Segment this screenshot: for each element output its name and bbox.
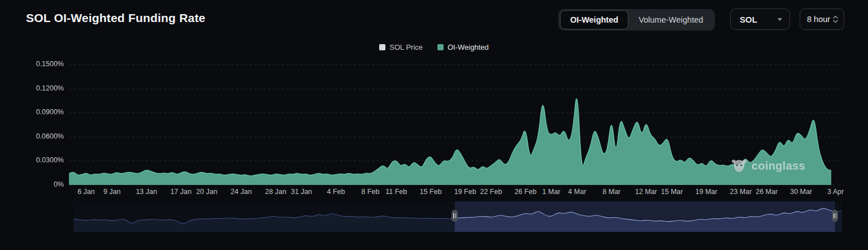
symbol-select-value: SOL: [740, 15, 757, 24]
y-axis-label: 0.0600%: [0, 132, 64, 141]
chart-legend: SOL PriceOI-Weighted: [0, 43, 868, 51]
x-axis-label: 15 Mar: [661, 188, 683, 196]
x-axis-label: 4 Mar: [568, 188, 586, 196]
navigator-left-handle[interactable]: [452, 210, 458, 222]
chevron-down-icon: [778, 18, 782, 21]
legend-item-oi-weighted[interactable]: OI-Weighted: [437, 43, 489, 51]
x-axis-label: 13 Jan: [136, 188, 157, 196]
legend-label: SOL Price: [389, 43, 423, 51]
navigator-right-handle[interactable]: [832, 210, 838, 222]
y-axis-label: 0.1500%: [0, 60, 64, 68]
legend-swatch: [437, 44, 444, 50]
page-title: SOL OI-Weighted Funding Rate: [26, 11, 205, 25]
x-axis-label: 26 Mar: [756, 188, 778, 196]
interval-select[interactable]: 8 hour: [800, 8, 844, 30]
x-axis-label: 8 Mar: [602, 188, 620, 196]
toggle-volume-weighted[interactable]: Volume-Weighted: [628, 10, 713, 29]
legend-item-sol-price[interactable]: SOL Price: [379, 43, 423, 51]
funding-rate-chart-canvas[interactable]: [69, 59, 842, 185]
interval-select-value: 8 hour: [807, 15, 830, 24]
x-axis-label: 19 Mar: [696, 188, 718, 196]
x-axis-label: 31 Jan: [291, 188, 313, 196]
legend-swatch: [379, 44, 385, 50]
funding-rate-page: SOL OI-Weighted Funding Rate OI-Weighted…: [0, 0, 868, 250]
weighting-toggle: OI-Weighted Volume-Weighted: [558, 9, 715, 31]
x-axis-label: 1 Mar: [542, 188, 561, 196]
x-axis-label: 30 Mar: [790, 188, 812, 196]
x-axis-label: 19 Feb: [454, 188, 476, 196]
legend-label: OI-Weighted: [448, 43, 489, 51]
x-axis-label: 9 Jan: [103, 188, 121, 196]
x-axis-label: 24 Jan: [231, 188, 252, 196]
up-down-chevrons-icon: [832, 14, 839, 24]
x-axis-label: 4 Feb: [327, 188, 345, 196]
x-axis-label: 22 Feb: [480, 188, 502, 196]
symbol-select[interactable]: SOL: [730, 8, 790, 30]
y-axis-label: 0.0900%: [0, 108, 64, 117]
x-axis-label: 23 Mar: [730, 188, 752, 196]
y-axis-label: 0.1200%: [0, 84, 64, 93]
x-axis-label: 17 Jan: [170, 188, 192, 196]
x-axis-label: 6 Jan: [77, 188, 95, 196]
x-axis-label: 8 Feb: [362, 188, 380, 196]
x-axis-label: 11 Feb: [385, 188, 407, 196]
y-axis-label: 0.0300%: [0, 156, 64, 165]
toggle-oi-weighted[interactable]: OI-Weighted: [560, 10, 628, 29]
x-axis-label: 12 Mar: [635, 188, 657, 196]
x-axis-label: 20 Jan: [196, 188, 218, 196]
y-axis-label: 0%: [0, 180, 64, 189]
x-axis-label: 28 Jan: [265, 188, 287, 196]
x-axis-label: 15 Feb: [420, 188, 442, 196]
x-axis-label: 26 Feb: [514, 188, 536, 196]
x-axis-label: 3 Apr: [827, 188, 844, 196]
